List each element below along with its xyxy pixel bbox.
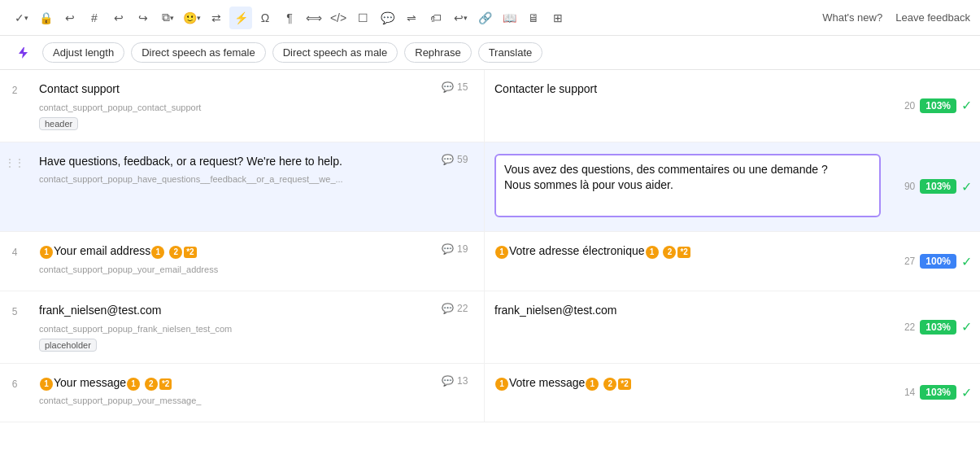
code-icon[interactable]: </> xyxy=(327,7,350,29)
comment-count: 19 xyxy=(457,243,468,255)
row-meta: 14 103% ✓ xyxy=(891,364,980,422)
ai-icon[interactable]: ⚡ xyxy=(229,7,252,29)
pct-badge: 100% xyxy=(920,254,956,269)
comment-icon-toolbar[interactable]: 💬 xyxy=(376,7,399,29)
special-icon[interactable]: ⇄ xyxy=(205,7,228,29)
char-count: 20 xyxy=(904,100,915,112)
badge-2: 2 xyxy=(663,246,676,259)
row-number: 6 xyxy=(0,364,29,422)
leave-feedback-link[interactable]: Leave feedback xyxy=(895,11,970,24)
table-row: 4 1Your email address1 2*2 contact_suppo… xyxy=(0,232,980,291)
badge-star: *2 xyxy=(677,247,690,258)
source-text: 1Your message1 2*2 xyxy=(39,375,425,391)
char-count: 27 xyxy=(904,256,915,267)
comment-icon: 💬 xyxy=(442,243,454,255)
copy-icon[interactable]: ⧉▾ xyxy=(156,7,179,29)
target-text: 1Votre adresse électronique1 2*2 xyxy=(494,243,881,260)
badge-1b: 1 xyxy=(586,378,599,391)
format-icon[interactable]: ¶ xyxy=(278,7,301,29)
flow-icon[interactable]: ⇌ xyxy=(400,7,423,29)
row-meta: 22 103% ✓ xyxy=(891,291,980,363)
redo-icon[interactable]: ↪ xyxy=(132,7,155,29)
check-icon: ✓ xyxy=(961,319,972,335)
table-row: ⋮⋮ Have questions, feedback, or a reques… xyxy=(0,142,980,233)
block-icon[interactable]: ☐ xyxy=(351,7,374,29)
target-text: frank_nielsen@test.com xyxy=(494,303,881,319)
table-row: 5 frank_nielsen@test.com contact_support… xyxy=(0,291,980,364)
source-key: contact_support_popup_have_questions__fe… xyxy=(39,174,425,184)
save-icon[interactable]: ✓▾ xyxy=(10,7,33,29)
comment-count: 22 xyxy=(457,303,468,314)
row-number: ⋮⋮ xyxy=(0,142,29,232)
emoji-icon[interactable]: 🙂▾ xyxy=(181,7,203,29)
link-icon[interactable]: 🔗 xyxy=(473,7,496,29)
target-edit-textarea[interactable]: Vous avez des questions, des commentaire… xyxy=(494,154,881,218)
lock-icon[interactable]: 🔒 xyxy=(34,7,57,29)
comment-icon: 💬 xyxy=(442,303,454,314)
source-text: Have questions, feedback, or a request? … xyxy=(39,154,425,170)
hashtag-icon[interactable]: # xyxy=(83,7,106,29)
pct-badge: 103% xyxy=(920,98,956,113)
pct-badge: 103% xyxy=(920,385,956,400)
pct-badge: 103% xyxy=(920,320,956,335)
source-key: contact_support_popup_frank_nielsen_test… xyxy=(39,324,425,334)
undo-icon[interactable]: ↩ xyxy=(107,7,130,29)
book-icon[interactable]: 📖 xyxy=(498,7,520,29)
arrow-icon[interactable]: ↩▾ xyxy=(449,7,472,29)
screen-icon[interactable]: 🖥 xyxy=(522,7,545,29)
row-number: 4 xyxy=(0,232,29,291)
direct-speech-male-button[interactable]: Direct speech as male xyxy=(272,42,399,63)
source-key: contact_support_popup_contact_support xyxy=(39,103,425,112)
badge-star: *2 xyxy=(159,378,172,390)
translate-button[interactable]: Translate xyxy=(478,42,543,63)
comment-icon: 💬 xyxy=(442,375,454,387)
comment-count: 59 xyxy=(457,154,468,165)
target-text: Contacter le support xyxy=(494,81,881,98)
pct-badge: 103% xyxy=(920,179,956,194)
history-icon[interactable]: ↩ xyxy=(59,7,81,29)
check-icon: ✓ xyxy=(961,179,972,195)
source-cell: 1Your email address1 2*2 contact_support… xyxy=(29,232,435,291)
check-icon: ✓ xyxy=(961,385,972,400)
badge-1: 1 xyxy=(40,246,53,259)
comment-meta: 💬 13 xyxy=(435,364,484,422)
row-meta: 27 100% ✓ xyxy=(891,232,980,291)
lightning-icon[interactable] xyxy=(10,43,36,63)
toolbar: ✓▾ 🔒 ↩ # ↩ ↪ ⧉▾ 🙂▾ ⇄ ⚡ Ω ¶ ⟺ </> ☐ 💬 ⇌ 🏷… xyxy=(0,0,980,36)
row-number: 5 xyxy=(0,291,29,363)
source-cell: frank_nielsen@test.com contact_support_p… xyxy=(29,291,435,363)
comment-count: 13 xyxy=(457,375,468,387)
omega-icon[interactable]: Ω xyxy=(254,7,277,29)
table-row: 2 Contact support contact_support_popup_… xyxy=(0,70,980,142)
tag-icon[interactable]: 🏷 xyxy=(425,7,447,29)
badge-2: 2 xyxy=(603,378,616,391)
char-count: 90 xyxy=(904,181,915,192)
badge-1b: 1 xyxy=(127,378,140,391)
direct-speech-female-button[interactable]: Direct speech as female xyxy=(131,42,265,63)
target-cell: 1Votre adresse électronique1 2*2 xyxy=(484,232,891,291)
tag-badge: header xyxy=(39,117,78,130)
drag-dots[interactable]: ⋮⋮ xyxy=(5,157,24,168)
whats-new-link[interactable]: What's new? xyxy=(822,11,882,24)
adjust-length-button[interactable]: Adjust length xyxy=(42,42,124,63)
badge-2: 2 xyxy=(145,378,158,391)
target-cell: frank_nielsen@test.com xyxy=(484,291,891,363)
badge-1b: 1 xyxy=(646,246,659,259)
rephrase-button[interactable]: Rephrase xyxy=(404,42,471,63)
char-count: 14 xyxy=(904,387,915,398)
badge-1b: 1 xyxy=(151,246,164,259)
target-cell[interactable]: Vous avez des questions, des commentaire… xyxy=(484,142,891,232)
check-icon: ✓ xyxy=(961,98,972,113)
row-meta: 90 103% ✓ xyxy=(891,142,980,232)
comment-meta: 💬 19 xyxy=(435,232,484,291)
source-key: contact_support_popup_your_email_address xyxy=(39,265,425,274)
badge-star: *2 xyxy=(618,378,630,390)
content-area: 2 Contact support contact_support_popup_… xyxy=(0,70,980,468)
badge-1: 1 xyxy=(495,378,508,391)
action-bar: Adjust length Direct speech as female Di… xyxy=(0,36,980,70)
tag-badge: placeholder xyxy=(39,339,97,352)
source-key: contact_support_popup_your_message_ xyxy=(39,396,425,405)
search-replace-icon[interactable]: ⟺ xyxy=(303,7,325,29)
grid-icon[interactable]: ⊞ xyxy=(547,7,569,29)
badge-1: 1 xyxy=(40,378,53,391)
